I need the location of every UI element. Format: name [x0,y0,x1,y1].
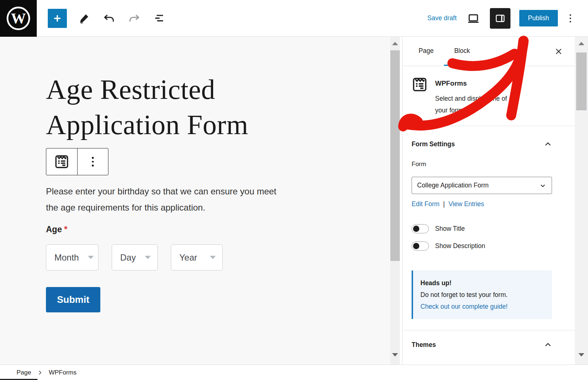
publish-button[interactable]: Publish [519,10,558,26]
sidebar-tabs-header: Page Block [402,37,575,66]
sidebar-panel-icon [495,13,506,24]
post-title-line1: Age Restricted [46,74,215,105]
form-settings-heading: Form Settings [412,140,455,148]
form-select[interactable]: College Application Form [412,177,552,194]
preview-button[interactable] [466,11,481,26]
block-info-card: WPForms Select and display one of your f… [402,66,575,126]
show-title-row: Show Title [412,224,552,233]
show-description-row: Show Description [412,241,552,251]
form-settings-header[interactable]: Form Settings [412,140,552,148]
scroll-up-arrow-icon[interactable] [578,42,584,45]
form-links-row: Edit Form|View Entries [412,200,552,208]
scroll-up-arrow-icon[interactable] [392,42,398,45]
block-breadcrumb-bar: Page WPForms [0,365,588,380]
kebab-dot [570,14,571,16]
wpforms-icon [54,154,69,169]
topbar-right-tools: Save draft Publish [427,8,588,29]
chevron-up-icon [544,341,552,349]
kebab-dot [570,18,571,19]
tab-block[interactable]: Block [444,37,480,66]
redo-icon [128,12,140,25]
pencil-icon [79,13,90,24]
chevron-down-icon [88,256,94,259]
block-inserter-button[interactable] [48,9,67,28]
undo-icon [103,12,115,25]
age-label-text: Age [46,225,62,234]
canvas-scrollbar-thumb[interactable] [390,50,400,261]
breadcrumb-wpforms[interactable]: WPForms [49,369,77,376]
settings-sidebar: Page Block WPForms Select and d [402,37,575,365]
show-title-label: Show Title [435,225,465,233]
topbar-left-tools [48,9,167,28]
view-entries-link[interactable]: View Entries [448,200,484,208]
month-select[interactable]: Month [46,244,98,270]
form-description-line1: Please enter your birthday so that we ca… [46,186,276,196]
age-field-label: Age* [46,225,390,234]
post-title-line2: Application Form [46,109,248,140]
date-dropdown-row: Month Day Year [46,244,390,270]
list-view-icon [153,12,165,24]
breadcrumb-page[interactable]: Page [17,369,31,376]
form-field-label: Form [412,161,552,168]
chevron-down-icon [210,256,216,259]
edit-form-link[interactable]: Edit Form [412,200,440,208]
form-settings-section: Form Settings Form College Application F… [402,126,575,330]
editor-canvas: Age Restricted Application Form Please e… [0,37,390,365]
options-menu-button[interactable] [567,11,574,25]
notice-body: Do not forget to test your form. [420,289,545,301]
links-separator: | [443,200,445,208]
canvas-scrollbar[interactable] [390,37,400,365]
editor-topbar: W [0,0,588,37]
block-toolbar [46,148,108,175]
year-select[interactable]: Year [171,244,223,270]
chevron-down-icon [539,182,546,189]
block-card-title: WPForms [435,79,507,87]
kebab-icon [92,157,94,166]
notice-title: Heads up! [420,277,545,289]
wordpress-block-editor: W [0,0,588,380]
post-title[interactable]: Age Restricted Application Form [46,72,390,142]
wordpress-logo[interactable]: W [0,0,37,37]
form-submit-button[interactable]: Submit [46,287,100,312]
plus-icon [53,14,62,23]
toggle-knob [413,226,419,232]
form-select-value: College Application Form [417,182,489,189]
tools-pencil-button[interactable] [76,11,92,26]
themes-heading: Themes [412,341,436,349]
block-card-description: Select and display one of your forms. [435,93,507,116]
form-description-line2: the age requirements for this applicatio… [46,202,205,212]
month-select-value: Month [54,252,79,263]
laptop-preview-icon [467,12,480,25]
close-icon [555,47,563,55]
year-select-value: Year [179,252,197,263]
undo-button[interactable] [101,11,117,26]
day-select[interactable]: Day [112,244,158,270]
tab-page[interactable]: Page [408,37,444,66]
show-description-label: Show Description [435,242,485,250]
wpforms-block-type-button[interactable] [46,148,77,175]
chevron-right-icon [37,370,43,376]
block-options-button[interactable] [77,148,108,175]
themes-header[interactable]: Themes [412,341,552,349]
close-sidebar-button[interactable] [551,44,566,59]
scroll-down-arrow-icon[interactable] [578,353,584,356]
wordpress-logo-icon: W [5,5,32,32]
show-title-toggle[interactable] [412,224,429,233]
heads-up-notice: Heads up! Do not forget to test your for… [412,270,552,319]
complete-guide-link[interactable]: Check out our complete guide! [420,303,508,310]
settings-sidebar-toggle-button[interactable] [490,8,510,29]
wpforms-icon [412,76,428,93]
document-overview-button[interactable] [151,11,167,26]
sidebar-scrollbar-thumb[interactable] [576,53,587,110]
day-select-value: Day [120,252,136,263]
editor-workspace: Age Restricted Application Form Please e… [0,37,588,365]
form-description[interactable]: Please enter your birthday so that we ca… [46,183,390,216]
redo-button[interactable] [126,11,142,26]
scroll-down-arrow-icon[interactable] [392,353,398,356]
toggle-knob [413,243,419,249]
save-draft-link[interactable]: Save draft [427,14,457,22]
chevron-down-icon [145,256,151,259]
themes-section: Themes [402,330,575,359]
show-description-toggle[interactable] [412,241,429,251]
sidebar-scrollbar[interactable] [575,37,588,365]
